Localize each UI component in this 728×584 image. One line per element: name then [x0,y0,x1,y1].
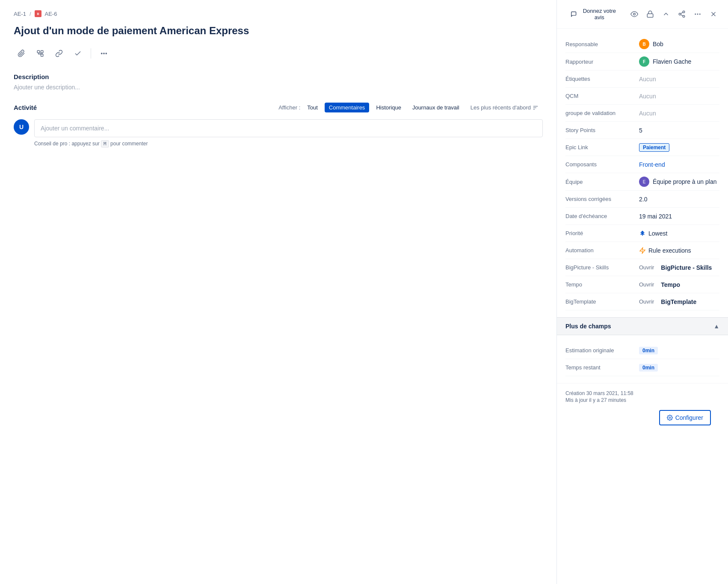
activity-header: Activité Afficher : Tout Commentaires Hi… [14,103,543,112]
story-points-value[interactable]: 5 [639,127,719,134]
svg-rect-3 [41,50,43,53]
pro-tip-text: appuyez sur [71,141,99,147]
priorite-field: Priorité Lowest [565,225,719,242]
versions-corrigees-value[interactable]: 2.0 [639,196,719,203]
toolbar-separator [91,48,91,59]
breadcrumb: AE-1 / B AE-6 [14,10,543,17]
extra-fields: Estimation originale 0min Temps restant … [557,335,728,383]
versions-corrigees-field: Versions corrigées 2.0 [565,191,719,208]
equipe-avatar: E [639,177,649,187]
chevron-up-icon: ▲ [713,323,719,330]
composants-link[interactable]: Front-end [639,161,665,168]
child-issue-button[interactable] [33,46,48,61]
svg-point-8 [106,53,107,54]
date-echeance-value[interactable]: 19 mai 2021 [639,213,719,220]
more-button[interactable] [96,46,112,61]
comment-row: U Ajouter un commentaire... [14,119,543,137]
qcm-label: QCM [565,93,634,99]
configure-button[interactable]: Configurer [659,410,711,425]
svg-rect-13 [647,14,653,17]
svg-point-21 [699,14,700,15]
more-options-button[interactable] [691,7,704,21]
watch-button[interactable] [628,7,640,21]
donnez-votre-avis-button[interactable]: Donnez votre avis [565,5,624,23]
svg-point-25 [669,417,671,419]
pro-tip-key: M [101,140,109,147]
bigtemplate-link[interactable]: BigTemplate [661,298,696,305]
pro-tip-suffix: pour commenter [110,141,148,147]
vote-button[interactable] [660,7,672,21]
bigpicture-link[interactable]: BigPicture - Skills [661,264,712,271]
tempo-link[interactable]: Tempo [661,281,680,288]
bigtemplate-label: BigTemplate [565,298,634,305]
comment-placeholder: Ajouter un commentaire... [41,125,109,132]
estimation-originale-field: Estimation originale 0min [565,342,719,359]
filter-journaux[interactable]: Journaux de travail [408,103,464,112]
etiquettes-value[interactable]: Aucun [639,76,719,83]
breadcrumb-parent[interactable]: AE-1 [14,11,26,17]
description-placeholder[interactable]: Ajouter une description... [14,84,543,91]
pro-tip-label: Conseil de pro : [34,141,70,147]
rapporteur-avatar: F [639,56,649,67]
automation-value[interactable]: Rule executions [639,247,719,254]
qcm-field: QCM Aucun [565,88,719,105]
epic-link-value[interactable]: Paiement [639,143,719,152]
etiquettes-field: Étiquettes Aucun [565,71,719,88]
composants-value[interactable]: Front-end [639,161,719,168]
rapporteur-value[interactable]: F Flavien Gache [639,56,719,67]
lock-button[interactable] [644,7,656,21]
temps-restant-label: Temps restant [565,364,634,371]
groupe-validation-label: groupe de validation [565,110,634,116]
equipe-name: Équipe propre à un plan [653,178,716,185]
close-button[interactable] [707,7,719,21]
svg-point-6 [101,53,102,54]
rapporteur-field: Rapporteur F Flavien Gache [565,53,719,71]
responsable-value[interactable]: B Bob [639,39,719,49]
sort-label: Les plus récents d'abord [471,104,531,111]
activity-section: Activité Afficher : Tout Commentaires Hi… [14,103,543,147]
filter-commentaires[interactable]: Commentaires [325,103,370,112]
bigpicture-value: Ouvrir BigPicture - Skills [639,264,719,271]
breadcrumb-current[interactable]: AE-6 [45,11,57,17]
rapporteur-name: Flavien Gache [653,58,691,65]
svg-text:B: B [37,12,39,15]
responsable-avatar: B [639,39,649,49]
temps-restant-value[interactable]: 0min [639,364,719,372]
svg-point-19 [695,14,696,15]
bigtemplate-prefix: Ouvrir [639,298,654,305]
attach-button[interactable] [14,46,29,61]
bigtemplate-field: BigTemplate Ouvrir BigTemplate [565,293,719,310]
epic-link-label: Epic Link [565,144,634,150]
sort-button[interactable]: Les plus récents d'abord [466,103,543,112]
comment-input[interactable]: Ajouter un commentaire... [34,119,543,137]
epic-link-field: Epic Link Paiement [565,139,719,156]
rapporteur-label: Rapporteur [565,59,634,65]
plus-de-champs[interactable]: Plus de champs ▲ [557,317,728,335]
qcm-value[interactable]: Aucun [639,93,719,100]
filter-tout[interactable]: Tout [303,103,322,112]
groupe-validation-value[interactable]: Aucun [639,110,719,117]
priorite-label: Priorité [565,230,634,236]
equipe-value[interactable]: E Équipe propre à un plan [639,177,719,187]
estimation-originale-label: Estimation originale [565,347,634,354]
estimation-badge: 0min [639,347,658,354]
configure-label: Configurer [675,414,703,421]
filter-historique[interactable]: Historique [372,103,405,112]
mark-done-button[interactable] [70,46,86,61]
estimation-originale-value[interactable]: 0min [639,347,719,354]
donnez-label: Donnez votre avis [579,8,619,21]
etiquettes-label: Étiquettes [565,76,634,82]
automation-text: Rule executions [648,247,691,254]
issue-title: Ajout d'un mode de paiement American Exp… [14,24,543,37]
activity-title: Activité [14,104,37,111]
update-text: Mis à jour il y a 27 minutes [565,397,719,403]
link-button[interactable] [51,46,67,61]
share-button[interactable] [675,7,688,21]
svg-rect-2 [37,50,39,53]
date-echeance-field: Date d'échéance 19 mai 2021 [565,208,719,225]
svg-point-16 [683,15,685,18]
priorite-value[interactable]: Lowest [639,230,719,237]
fields-container: Responsable B Bob Rapporteur F Flavien G… [557,29,728,317]
description-label: Description [14,73,543,80]
priority-icon [639,230,646,237]
